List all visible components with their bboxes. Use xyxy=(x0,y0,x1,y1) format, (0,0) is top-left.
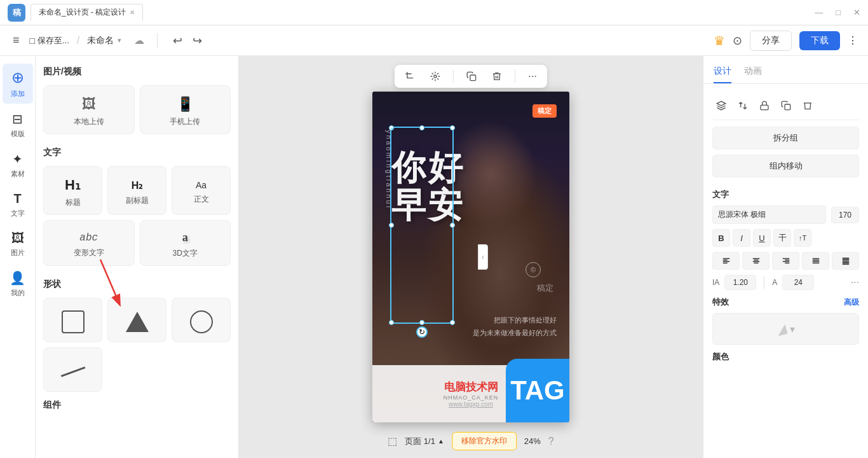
sidebar-item-material[interactable]: ✦ 素材 xyxy=(3,146,33,184)
undo-redo-group: ↩ ↪ xyxy=(170,31,205,50)
toolbar: ≡ □ 保存至... / 未命名 ▾ ☁ ↩ ↪ ♛ ⊙ 分享 下载 ⋮ xyxy=(0,25,868,56)
sidebar-item-text[interactable]: T 文字 xyxy=(3,186,33,223)
tab-close-icon[interactable]: ✕ xyxy=(130,9,135,16)
subheading-card[interactable]: H₂ 副标题 xyxy=(107,166,166,215)
media-section-title: 图片/视频 xyxy=(43,66,231,78)
remove-watermark-button[interactable]: 移除官方水印 xyxy=(452,432,517,450)
tri-shape-card[interactable] xyxy=(107,298,166,342)
variant-text-card[interactable]: abc 变形文字 xyxy=(43,220,135,266)
bold-button[interactable]: B xyxy=(712,229,730,247)
canvas-badge: 稿定 xyxy=(532,104,557,118)
add-label: 添加 xyxy=(11,89,25,99)
panel-collapse-button[interactable]: ‹ xyxy=(478,244,488,270)
copy-tool-button[interactable] xyxy=(777,97,795,114)
subheading-label: 副标题 xyxy=(126,195,149,206)
move-in-group-button[interactable]: 组内移动 xyxy=(712,155,859,177)
toolbar-right: ♛ ⊙ 分享 下载 ⋮ xyxy=(714,31,858,51)
svg-point-2 xyxy=(434,75,437,78)
share-button[interactable]: 分享 xyxy=(750,31,792,51)
align-justify-btn[interactable] xyxy=(802,252,829,270)
page-layout-icon[interactable]: ⬚ xyxy=(388,435,397,447)
font-size-input[interactable]: 170 xyxy=(831,207,859,223)
align-right-btn[interactable] xyxy=(772,252,799,270)
save-button[interactable]: □ 保存至... xyxy=(30,35,69,46)
body-card[interactable]: Aa 正文 xyxy=(172,166,231,215)
canvas-toolbar: ··· xyxy=(395,65,547,88)
canvas-main-text[interactable]: 你好早安 xyxy=(391,149,465,225)
tab-design[interactable]: 设计 xyxy=(714,66,731,83)
rect-shape-card[interactable] xyxy=(43,298,102,342)
menu-button[interactable]: ≡ xyxy=(10,31,22,50)
delete-tool-button[interactable] xyxy=(799,97,817,114)
italic-button[interactable]: I xyxy=(733,229,750,247)
mobile-upload-icon: 📱 xyxy=(177,96,194,113)
canvas-sub-text: 把眼下的事情处理好 是为未来做准备最好的方式 xyxy=(473,314,557,340)
flip-tool-button[interactable] xyxy=(734,97,752,114)
mobile-upload-label: 手机上传 xyxy=(170,116,200,127)
canvas-tool-sep1 xyxy=(453,70,454,83)
help-icon[interactable]: ? xyxy=(548,436,554,447)
record-icon[interactable]: ⊙ xyxy=(733,34,742,48)
minimize-btn[interactable]: — xyxy=(815,8,823,17)
svg-rect-3 xyxy=(470,75,476,81)
split-group-button[interactable]: 拆分组 xyxy=(712,127,859,149)
lock-tool-button[interactable] xyxy=(756,97,773,114)
tri-shape-preview xyxy=(126,312,149,332)
redo-button[interactable]: ↪ xyxy=(190,31,205,50)
canvas-copy-tool[interactable] xyxy=(464,70,479,83)
align-full-btn[interactable] xyxy=(832,252,859,270)
line-shape-card[interactable] xyxy=(43,347,102,392)
sidebar-item-my[interactable]: 👤 我的 xyxy=(3,265,33,303)
download-button[interactable]: 下载 xyxy=(799,31,840,50)
canvas-tag-badge: TAG xyxy=(506,359,569,422)
group-section-title: 组件 xyxy=(43,399,231,411)
sidebar-icons: ⊕ 添加 ⊟ 模版 ✦ 素材 T 文字 🖼 图片 👤 我的 xyxy=(0,56,36,458)
active-tab[interactable]: 未命名_设计页 - 稿定设计 ✕ xyxy=(31,4,143,21)
text-section-title: 文字 xyxy=(43,147,231,158)
tab-animation[interactable]: 动画 xyxy=(744,66,762,83)
ia-more-button[interactable]: ··· xyxy=(851,277,859,288)
align-left-btn[interactable] xyxy=(712,252,740,270)
close-btn[interactable]: ✕ xyxy=(853,8,860,17)
local-upload-card[interactable]: 🖼 本地上传 xyxy=(43,85,135,134)
strikethrough-button[interactable]: 干 xyxy=(773,229,791,247)
my-icon: 👤 xyxy=(10,270,25,286)
sidebar-item-image[interactable]: 🖼 图片 xyxy=(3,226,33,263)
sidebar-item-template[interactable]: ⊟ 模版 xyxy=(3,106,33,144)
text-3d-card[interactable]: a 3D文字 xyxy=(140,220,231,266)
layer-tool-button[interactable] xyxy=(712,97,730,114)
effect-level-button[interactable]: 高级 xyxy=(844,297,859,308)
text-3d-label: 3D文字 xyxy=(173,248,198,259)
more-button[interactable]: ⋮ xyxy=(848,34,858,46)
mobile-upload-card[interactable]: 📱 手机上传 xyxy=(140,85,231,134)
canvas-area[interactable]: ··· 稿定 yhaomingtianhui 你好早安 稿定 © © 把眼下的事… xyxy=(239,56,703,458)
align-center-btn[interactable] xyxy=(742,252,770,270)
sidebar-item-add[interactable]: ⊕ 添加 xyxy=(3,64,33,104)
page-chevron-icon[interactable]: ▲ xyxy=(438,438,444,445)
a-value-input[interactable]: 24 xyxy=(782,275,814,290)
effect-box[interactable]: ◢ ▾ xyxy=(712,313,859,345)
title-tabs: 未命名_设计页 - 稿定设计 ✕ xyxy=(31,4,810,21)
add-icon: ⊕ xyxy=(11,69,24,87)
font-selector[interactable]: 思源宋体 极细 xyxy=(712,205,826,224)
maximize-btn[interactable]: □ xyxy=(836,8,841,17)
canvas-adjust-tool[interactable] xyxy=(428,70,443,83)
text-icon: T xyxy=(13,191,21,206)
title-chevron-icon: ▾ xyxy=(118,36,121,45)
canvas-delete-tool[interactable] xyxy=(489,70,505,83)
image-icon: 🖼 xyxy=(11,231,24,246)
heading-card[interactable]: H₁ 标题 xyxy=(43,166,102,215)
canvas-crop-tool[interactable] xyxy=(402,70,417,83)
undo-button[interactable]: ↩ xyxy=(170,31,185,50)
font-row: 思源宋体 极细 170 xyxy=(712,205,859,224)
underline-button[interactable]: U xyxy=(753,229,771,247)
case-button[interactable]: ↑T xyxy=(794,229,811,247)
circle-shape-card[interactable] xyxy=(172,298,231,342)
ia-value-input[interactable]: 1.20 xyxy=(724,275,756,290)
page-info: 页面 1/1 ▲ xyxy=(405,436,444,447)
design-canvas[interactable]: 稿定 yhaomingtianhui 你好早安 稿定 © © 把眼下的事情处理好… xyxy=(372,92,569,422)
sub-text-line2: 是为未来做准备最好的方式 xyxy=(473,327,557,340)
left-panel: 图片/视频 🖼 本地上传 📱 手机上传 文字 H₁ 标题 H₂ 副标题 Aa xyxy=(36,56,239,458)
canvas-more-tool[interactable]: ··· xyxy=(526,69,539,84)
title-group[interactable]: 未命名 ▾ xyxy=(87,35,121,46)
